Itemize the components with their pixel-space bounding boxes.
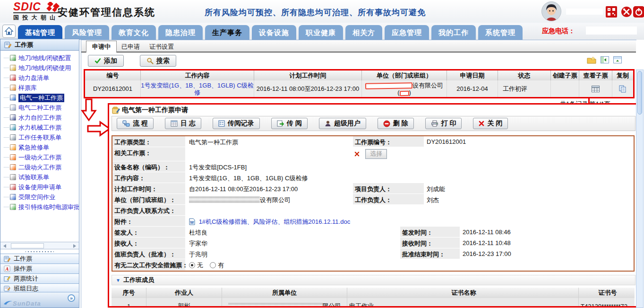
- qr-code-icon[interactable]: [606, 6, 617, 18]
- sidebar-item-hydro-mech[interactable]: 水力机械工作票: [0, 123, 79, 132]
- svg-text:W: W: [190, 220, 194, 225]
- sidebar-item-test-contact[interactable]: 试验联系单: [0, 172, 79, 182]
- nav-tab-mywork[interactable]: 我的工作: [431, 25, 476, 40]
- sidebar-item-electric-type1[interactable]: 电气一种工作票: [0, 93, 79, 103]
- col-code[interactable]: 编号: [85, 70, 141, 80]
- svg-text:A: A: [5, 266, 9, 272]
- sidebar-horizontal-scrollbar[interactable]: [0, 242, 79, 249]
- user-avatar[interactable]: [541, 1, 561, 21]
- nav-tab-production[interactable]: 生产事务: [205, 25, 249, 40]
- cell-plan-time: 2016-12-11 08:00至2016-12-23 17:00: [254, 80, 362, 97]
- col-unit[interactable]: 单位（部门或班组）: [362, 70, 447, 80]
- print-button[interactable]: 打 印: [425, 118, 462, 129]
- content-toolbar: 添加 搜索: [81, 53, 636, 69]
- sidebar-item-confined-space[interactable]: 受限空间作业: [0, 192, 79, 202]
- cell-content-link[interactable]: 1号发变组(1G、1B、1GB、1GLB) C级检修: [141, 80, 254, 97]
- form-row-content: 工作内容： 1号发变组(1G、1B、1GB、1GLB) C级检修: [112, 172, 634, 183]
- tab-applying[interactable]: 申请中: [86, 41, 117, 53]
- sidebar-item-ground-config[interactable]: 地刀/地线/闭锁配置: [0, 53, 79, 63]
- attachment-link[interactable]: 1#机C级检修措施、风险评估、组织措施2016.12.11.doc: [199, 218, 351, 225]
- scroll-right-arrow-icon[interactable]: [73, 244, 76, 248]
- sidebar-item-fire-level1[interactable]: 一级动火工作票: [0, 152, 79, 162]
- scroll-thumb[interactable]: [11, 243, 44, 248]
- favorite-folder-icon[interactable]: [587, 56, 596, 64]
- contact-sheet-icon: [10, 134, 16, 141]
- panel-operation-ticket[interactable]: A 操作票: [0, 264, 79, 273]
- detail-title-bar: 电气第一种工作票申请: [109, 105, 637, 115]
- tab-applied[interactable]: 已申请: [117, 41, 145, 53]
- scrollbar-thumb[interactable]: [637, 71, 642, 114]
- col-create-subticket[interactable]: 创建子票: [551, 70, 579, 80]
- unit-redaction: [365, 82, 412, 89]
- collapse-top-panel-icon[interactable]: [613, 56, 622, 64]
- word-doc-icon: W: [189, 218, 195, 225]
- panel-work-ticket[interactable]: 工作票: [0, 254, 79, 264]
- sidebar-item-urgent-repair[interactable]: 紧急抢修单: [0, 142, 79, 152]
- search-button[interactable]: 搜索: [140, 55, 176, 67]
- log-button[interactable]: 日 志: [165, 118, 201, 129]
- col-view-subticket[interactable]: 查看子票: [579, 70, 612, 80]
- emergency-phone-redaction: [586, 26, 637, 35]
- sidebar-item-fire-level2[interactable]: 二级动火工作票: [0, 162, 79, 172]
- sidebar-item-sample-library[interactable]: 样票库: [0, 83, 79, 93]
- splitter-dots[interactable]: [26, 249, 54, 254]
- col-status[interactable]: 状态: [498, 70, 551, 80]
- main-navbar: 基础管理风险管理教育文化隐患治理生产事务设备设施职业健康相关方应急管理我的工作系…: [0, 23, 644, 40]
- super-user-button[interactable]: 超级用户: [319, 118, 366, 129]
- form-row-contact: 工作负责人联系方式：: [112, 205, 634, 216]
- ticket-pad-icon: [4, 255, 10, 262]
- clear-x-icon[interactable]: [354, 151, 360, 157]
- collapse-left-panel-icon[interactable]: [601, 56, 609, 64]
- tools-icon[interactable]: [621, 6, 632, 18]
- gears-icon: [10, 85, 16, 91]
- home-icon[interactable]: [2, 25, 16, 38]
- collapse-triangle-icon[interactable]: ▼: [116, 278, 120, 283]
- select-button[interactable]: 选择: [365, 149, 387, 159]
- members-section-header[interactable]: ▼ 工作班成员: [112, 275, 635, 285]
- delete-button[interactable]: 删 除: [378, 118, 414, 129]
- sidebar-item-temp-power[interactable]: 接引特殊临时电源审批: [0, 202, 79, 212]
- sidebar-panel-header[interactable]: 工作票: [0, 39, 79, 51]
- panel-ticket-stats[interactable]: 两票统计: [0, 273, 79, 283]
- circulate-button[interactable]: 传 阅: [271, 118, 308, 129]
- col-content[interactable]: 工作内容: [141, 70, 254, 80]
- close-button[interactable]: 关 闭: [473, 118, 508, 129]
- sidebar-item-electric-type2[interactable]: 电气二种工作票: [0, 103, 79, 113]
- nav-tab-related[interactable]: 相关方: [345, 25, 382, 40]
- sidebar-item-hydro-auto[interactable]: 水力自控工作票: [0, 113, 79, 123]
- member-row[interactable]: 1 郭彬 限公司 电工作业 T42130********72: [112, 298, 635, 308]
- table-row[interactable]: DY201612001 1号发变组(1G、1B、1GB、1GLB) C级检修 2…: [85, 80, 633, 97]
- nav-tab-basic[interactable]: 基础管理: [18, 25, 62, 40]
- members-table: 序号 作业人 所属单位 证书名称 证书号 1 郭彬 限公司 电工作业 T4213…: [112, 288, 635, 308]
- sidebar-item-power-list[interactable]: 动力盘清单: [0, 73, 79, 83]
- scroll-left-arrow-icon[interactable]: [3, 244, 6, 248]
- sidebar-tree: 地刀/地线/闭锁配置 地刀/地线/闭锁使用 动力盘清单 样票库 电气一种工作票 …: [0, 51, 79, 242]
- radio-no[interactable]: [189, 262, 195, 268]
- tab-cert-settings[interactable]: 证书设置: [145, 41, 179, 53]
- col-copy[interactable]: 复制: [612, 70, 633, 80]
- power-logout-icon[interactable]: [633, 6, 644, 18]
- detail-toolbar: 流 程 日 志 传阅记录 传 阅 超级用户 删 除 打 印 关 闭: [112, 116, 635, 131]
- sidebar-item-ground-use[interactable]: 地刀/地线/闭锁使用: [0, 63, 79, 73]
- view-subticket-icon[interactable]: [579, 80, 612, 97]
- copy-icon[interactable]: [612, 80, 633, 97]
- sidebar-item-task-contact[interactable]: 工作任务联系单: [0, 132, 79, 142]
- nav-tab-health[interactable]: 职业健康: [299, 25, 343, 40]
- col-apply-date[interactable]: 申请日期: [447, 70, 498, 80]
- radio-yes[interactable]: [210, 262, 216, 268]
- flow-button[interactable]: 流 程: [117, 118, 154, 129]
- col-plan-time[interactable]: 计划工作时间: [254, 70, 362, 80]
- sidebar-item-device-apply[interactable]: 设备使用申请单: [0, 182, 79, 192]
- printer-icon: [431, 120, 438, 127]
- add-button[interactable]: 添加: [88, 55, 124, 67]
- circulation-record-button[interactable]: 传阅记录: [213, 118, 260, 129]
- nav-tab-system[interactable]: 系统管理: [478, 25, 523, 40]
- nav-tab-equipment[interactable]: 设备设施: [252, 25, 296, 40]
- nav-tab-emergency[interactable]: 应急管理: [385, 25, 429, 40]
- vertical-scrollbar[interactable]: [636, 70, 644, 308]
- nav-tab-hazard[interactable]: 隐患治理: [158, 25, 203, 40]
- split-box-icon: [10, 194, 16, 200]
- collapse-sidebar-button[interactable]: »: [68, 294, 75, 302]
- nav-tab-risk[interactable]: 风险管理: [65, 25, 109, 40]
- nav-tab-education[interactable]: 教育文化: [112, 25, 156, 40]
